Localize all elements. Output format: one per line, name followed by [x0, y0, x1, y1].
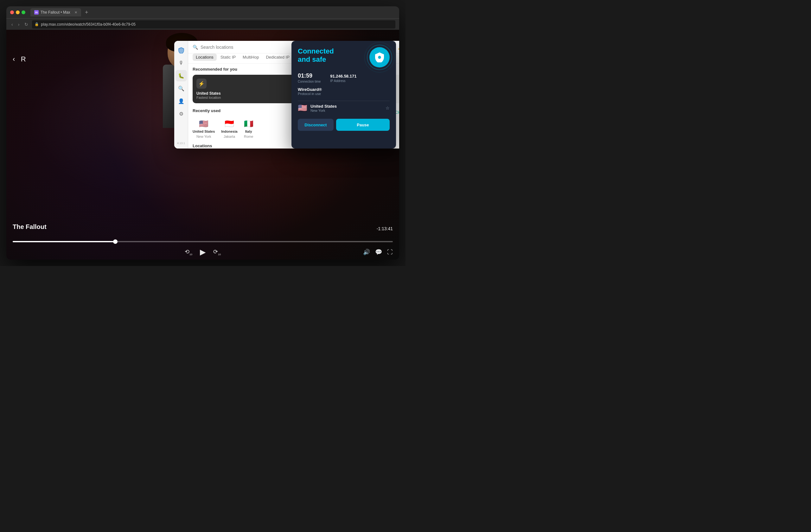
progress-bar-container[interactable] [6, 241, 399, 242]
close-window-button[interactable] [10, 11, 14, 14]
url-text: play.max.com/video/watch/56341f0a-b0f4-4… [41, 22, 136, 27]
right-controls-group: 🔊 💬 ⛶ [363, 249, 393, 255]
pause-button[interactable]: Pause [336, 119, 390, 131]
recent-country-it: Italy [245, 129, 252, 133]
lock-icon: 🔒 [34, 22, 39, 26]
tab-dedicated-ip[interactable]: Dedicated IP [263, 53, 292, 61]
tab-favicon: m [34, 10, 39, 15]
vpn-sidebar: 🎙 🐛 🔍 👤 ⚙ 4.13.1 [174, 41, 188, 148]
progress-handle[interactable] [113, 239, 118, 244]
mac-window: m The Fallout • Max ✕ + ‹ › ↻ 🔒 play.max… [6, 6, 399, 260]
search-icon: 🔍 [193, 45, 198, 50]
browser-window: m The Fallout • Max ✕ + ‹ › ↻ 🔒 play.max… [6, 6, 399, 260]
refresh-button[interactable]: ↻ [23, 21, 29, 28]
recent-country-id: Indonesia [221, 129, 237, 133]
vpn-shield-logo [375, 52, 384, 62]
recent-loc-id[interactable]: 🇮🇩 Indonesia Jakarta [221, 120, 237, 138]
vpn-version: 4.13.1 [177, 142, 185, 145]
action-buttons: Disconnect Pause [298, 119, 390, 131]
vpn-brand-icon[interactable] [175, 45, 187, 56]
notification-bell-icon[interactable]: 🔔 [398, 44, 399, 50]
rewind-button[interactable]: ⟲10 [185, 248, 192, 256]
play-pause-button[interactable]: ▶ [200, 248, 205, 256]
protocol-label: Protocol in use [298, 92, 390, 96]
recent-city-id: Jakarta [224, 135, 235, 138]
ip-address-label: IP Address [330, 79, 356, 83]
protocol-name: WireGuard® [298, 87, 390, 92]
connection-time-value: 01:59 [298, 73, 321, 79]
recent-city-us: New York [196, 135, 211, 138]
disconnect-button[interactable]: Disconnect [298, 119, 334, 131]
connected-header: Connected and safe [298, 47, 390, 67]
new-tab-button[interactable]: + [85, 9, 88, 16]
tab-static-ip[interactable]: Static IP [217, 53, 239, 61]
tab-title: The Fallout • Max [41, 10, 70, 15]
traffic-lights [10, 11, 25, 14]
recent-country-us: United States [193, 129, 215, 133]
vpn-connected-panel: Connected and safe 01:59 [291, 41, 396, 148]
connected-title-line2: and safe [298, 56, 334, 64]
connected-location: 🇺🇸 United States New York ☆ [298, 101, 390, 115]
video-back-button[interactable]: ‹ R [13, 55, 26, 63]
progress-bar-fill [13, 241, 115, 242]
video-title: The Fallout [13, 223, 393, 231]
tab-multihop[interactable]: MultiHop [240, 53, 262, 61]
recent-flag-id: 🇮🇩 [225, 120, 234, 128]
connection-time-label: Connection time [298, 80, 321, 83]
ip-address-value: 91.246.58.171 [330, 73, 356, 79]
vpn-logo-circle [369, 47, 390, 67]
vpn-mic-icon[interactable]: 🎙 [175, 57, 187, 69]
video-title-area: The Fallout [13, 223, 393, 234]
ip-address-stat: 91.246.58.171 IP Address [330, 73, 356, 83]
minimize-window-button[interactable] [16, 11, 20, 14]
connected-status-text: Connected and safe [298, 47, 334, 64]
recent-city-it: Rome [244, 135, 253, 138]
connected-country-name: United States [310, 104, 382, 109]
recent-flag-us: 🇺🇸 [199, 120, 209, 128]
recent-flag-it: 🇮🇹 [244, 120, 254, 128]
fullscreen-button[interactable]: ⛶ [387, 249, 393, 255]
browser-toolbar: ‹ › ↻ 🔒 play.max.com/video/watch/56341f0… [6, 18, 399, 30]
browser-tab[interactable]: m The Fallout • Max ✕ [30, 8, 81, 16]
connected-location-star[interactable]: ☆ [385, 106, 390, 110]
connection-time-stat: 01:59 Connection time [298, 73, 321, 83]
forward-button[interactable]: › [17, 21, 21, 28]
fast-forward-button[interactable]: ⟳10 [213, 248, 221, 256]
volume-button[interactable]: 🔊 [363, 249, 370, 255]
connected-loc-info: United States New York [310, 104, 382, 112]
address-bar[interactable]: 🔒 play.max.com/video/watch/56341f0a-b0f4… [32, 20, 395, 29]
svg-point-0 [378, 56, 381, 59]
back-button[interactable]: ‹ [10, 21, 14, 28]
vpn-bug-icon[interactable]: 🐛 [175, 70, 187, 81]
recommended-card-us-icon: ⚡ [196, 79, 206, 89]
subtitles-button[interactable]: 💬 [375, 249, 382, 255]
video-controls: ⟲10 ▶ ⟳10 🔊 💬 ⛶ [6, 248, 399, 256]
recent-loc-it[interactable]: 🇮🇹 Italy Rome [244, 120, 254, 138]
recommended-card-us[interactable]: ⚡ United States Fastest location [193, 75, 297, 103]
connected-stats: 01:59 Connection time 91.246.58.171 IP A… [298, 73, 390, 83]
connected-title-line1: Connected [298, 47, 334, 56]
video-content: ‹ R -1:13:41 The Fallout ⟲10 ▶ ⟳10 [6, 30, 399, 260]
recommended-card-us-subtitle: Fastest location [196, 96, 293, 99]
recommended-card-us-country: United States [196, 91, 293, 96]
connected-city-name: New York [310, 109, 382, 112]
vpn-account-icon[interactable]: 👤 [175, 95, 187, 107]
connected-country-flag: 🇺🇸 [298, 104, 307, 112]
recently-used-title: Recently used [193, 108, 220, 113]
tab-close-button[interactable]: ✕ [74, 11, 77, 15]
vpn-search-icon[interactable]: 🔍 [175, 83, 187, 94]
protocol-info: WireGuard® Protocol in use [298, 87, 390, 96]
tab-locations[interactable]: Locations [193, 53, 217, 61]
progress-bar-track[interactable] [13, 241, 393, 242]
browser-titlebar: m The Fallout • Max ✕ + [6, 6, 399, 18]
fullscreen-window-button[interactable] [21, 11, 25, 14]
vpn-settings-icon[interactable]: ⚙ [175, 108, 187, 120]
recent-loc-us[interactable]: 🇺🇸 United States New York [193, 120, 215, 138]
